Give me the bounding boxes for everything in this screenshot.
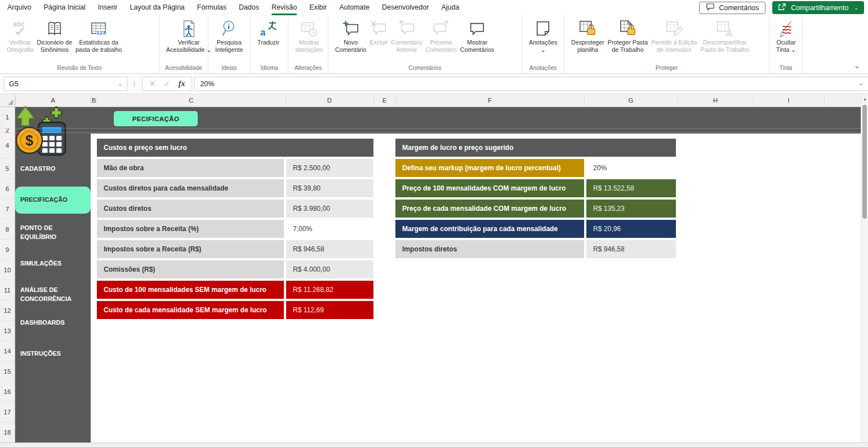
row-value-cell[interactable]: R$ 946,58	[586, 240, 676, 258]
enter-icon[interactable]: ✓	[164, 79, 170, 88]
sidebar-item-cadastro[interactable]: CADASTRO	[15, 165, 91, 174]
row-header-5[interactable]: 5	[0, 158, 15, 179]
column-header-h[interactable]: H	[678, 94, 753, 107]
expand-formula-bar-icon[interactable]: ⌄	[859, 80, 863, 86]
table-title: Margem de lucro e preço sugerido	[395, 139, 676, 157]
row-header-17[interactable]: 17	[0, 402, 15, 422]
row-value-cell[interactable]: R$ 2.500,00	[286, 159, 373, 177]
row-value-cell[interactable]: R$ 13.522,58	[586, 179, 676, 197]
row-header-11[interactable]: 11	[0, 280, 15, 300]
row-header-7[interactable]: 7	[0, 199, 15, 219]
row-label-cell[interactable]: Custos diretos	[97, 200, 284, 218]
row-label-cell[interactable]: Preço de 100 mensalidades COM margem de …	[395, 179, 584, 197]
delete-comment-button: Excluir	[368, 17, 389, 47]
pecificacao-button[interactable]: PECIFICAÇÃO	[114, 111, 198, 126]
row-value-cell[interactable]: R$ 4.000,00	[286, 260, 373, 278]
row-value-cell[interactable]: R$ 112,69	[286, 301, 373, 319]
show-comments-button[interactable]: MostrarComentários	[459, 17, 496, 55]
row-label-cell[interactable]: Impostos sobre a Receita (R$)	[97, 240, 284, 258]
menu-tab-formulas[interactable]: Fórmulas	[191, 0, 233, 15]
menu-tab-revisao[interactable]: Revisão	[265, 0, 303, 15]
row-value-cell[interactable]: R$ 946,58	[286, 240, 373, 258]
column-header-c[interactable]: C	[97, 94, 286, 107]
row-label-cell[interactable]: Mão de obra	[97, 159, 284, 177]
accessibility-button[interactable]: VerificarAcessibilidade ⌄	[164, 17, 213, 55]
menu-tab-inserir[interactable]: Inserir	[92, 0, 124, 15]
menu-tab-layout-da-pagina[interactable]: Layout da Página	[123, 0, 190, 15]
menu-tab-desenvolvedor[interactable]: Desenvolvedor	[376, 0, 435, 15]
select-all-corner[interactable]	[0, 94, 15, 107]
row-label-cell[interactable]: Custos diretos para cada mensalidade	[97, 179, 284, 197]
row-label-cell[interactable]: Margem de contribuição para cada mensali…	[395, 220, 584, 238]
row-value-cell[interactable]: R$ 135,23	[586, 200, 676, 218]
row-label-cell[interactable]: Comissões (R$)	[97, 260, 284, 278]
menu-tab-exibir[interactable]: Exibir	[303, 0, 333, 15]
vertical-scrollbar[interactable]: ▲	[861, 94, 868, 442]
menu-tab-pagina-inicial[interactable]: Página Inicial	[37, 0, 91, 15]
ribbon-group-label: Acessibilidade	[159, 65, 208, 71]
row-header-14[interactable]: 14	[0, 341, 15, 361]
row-header-13[interactable]: 13	[0, 321, 15, 341]
column-header-b[interactable]: B	[91, 94, 97, 107]
scroll-up-icon[interactable]: ▲	[861, 97, 868, 101]
insert-function-icon[interactable]: fx	[179, 79, 185, 88]
sidebar-item-analise-de[interactable]: ANÁLISE DE CONCORRÊNCIA	[15, 286, 91, 303]
menu-tab-dados[interactable]: Dados	[233, 0, 265, 15]
new-comment-button[interactable]: NovoComentário	[333, 17, 368, 55]
notes-icon	[535, 19, 551, 39]
row-label-cell[interactable]: Impostos diretos	[395, 240, 584, 258]
column-header-f[interactable]: F	[395, 94, 584, 107]
sidebar-item-instrucoes[interactable]: INSTRUÇÕES	[15, 349, 91, 359]
column-header-e[interactable]: E	[373, 94, 395, 107]
row-header-1[interactable]: 1	[0, 107, 15, 129]
sidebar-item-precificacao[interactable]: PRECIFICAÇÃO	[15, 187, 91, 214]
row-value-cell[interactable]: R$ 20,96	[586, 220, 676, 238]
scrollbar-thumb[interactable]	[862, 105, 867, 219]
row-value-cell[interactable]: R$ 3.980,00	[286, 200, 373, 218]
row-header-12[interactable]: 12	[0, 300, 15, 321]
menu-tab-automate[interactable]: Automate	[333, 0, 376, 15]
thesaurus-button[interactable]: Dicionário deSinônimos	[35, 17, 74, 55]
row-label-cell[interactable]: Impostos sobre a Receita (%)	[97, 220, 284, 238]
row-header-16[interactable]: 16	[0, 382, 15, 402]
cancel-icon[interactable]: ✕	[149, 79, 155, 88]
row-label-cell[interactable]: Defina seu markup (margem de lucro perce…	[395, 159, 584, 177]
column-header-i[interactable]: I	[753, 94, 824, 107]
row-value-cell[interactable]: R$ 11.268,82	[286, 281, 373, 299]
row-label-cell[interactable]: Custo de cada mensalidade SEM margem de …	[97, 301, 284, 319]
menu-tab-ajuda[interactable]: Ajuda	[435, 0, 465, 15]
unprotect-sheet-button[interactable]: Desprotegerplanilha	[569, 17, 606, 55]
sidebar-item-ponto-de[interactable]: PONTO DE EQUILÍBRIO	[15, 224, 91, 241]
row-label-cell[interactable]: Custo de 100 mensalidades SEM margem de …	[97, 281, 284, 299]
column-header-d[interactable]: D	[286, 94, 373, 107]
protect-workbook-button[interactable]: Proteger Pastade Trabalho	[606, 17, 649, 55]
sidebar-item-dashboards[interactable]: DASHBOARDS	[15, 318, 91, 327]
sidebar-item-simulacoes[interactable]: SIMULAÇÕES	[15, 259, 91, 268]
workbook-statistics-button[interactable]: 123Estatísticas dapasta de trabalho	[74, 17, 124, 55]
row-value-cell[interactable]: 20%	[586, 159, 676, 177]
comments-button[interactable]: Comentários	[699, 2, 765, 14]
row-header-4[interactable]: 4	[0, 133, 15, 158]
smart-lookup-button[interactable]: PesquisaInteligente	[213, 17, 244, 55]
row-header-18[interactable]: 18	[0, 422, 15, 442]
row-header-9[interactable]: 9	[0, 240, 15, 260]
row-value-cell[interactable]: 7,00%	[286, 220, 373, 238]
column-header-a[interactable]: A	[15, 94, 91, 107]
name-box[interactable]: G5 ⌄	[4, 77, 127, 91]
formula-input[interactable]: 20%	[194, 77, 868, 91]
ribbon-button-label: VerificarAcessibilidade ⌄	[166, 39, 211, 54]
hide-ink-button[interactable]: OcultarTinta ⌄	[774, 17, 798, 55]
collapse-ribbon-icon[interactable]: ⌄	[854, 61, 860, 70]
menu-tab-arquivo[interactable]: Arquivo	[1, 0, 37, 15]
column-header-g[interactable]: G	[584, 94, 678, 107]
row-header-2[interactable]: 2	[0, 129, 15, 134]
row-header-6[interactable]: 6	[0, 179, 15, 199]
share-button[interactable]: Compartilhamento ⌄	[772, 1, 864, 14]
row-header-15[interactable]: 15	[0, 361, 15, 382]
translate-button[interactable]: aTraduzir	[256, 17, 281, 47]
notes-button[interactable]: Anotações⌄	[527, 17, 559, 55]
row-label-cell[interactable]: Preço de cada mensalidade COM margem de …	[395, 200, 584, 218]
row-value-cell[interactable]: R$ 39,80	[286, 179, 373, 197]
row-header-10[interactable]: 10	[0, 260, 15, 280]
row-header-8[interactable]: 8	[0, 219, 15, 240]
